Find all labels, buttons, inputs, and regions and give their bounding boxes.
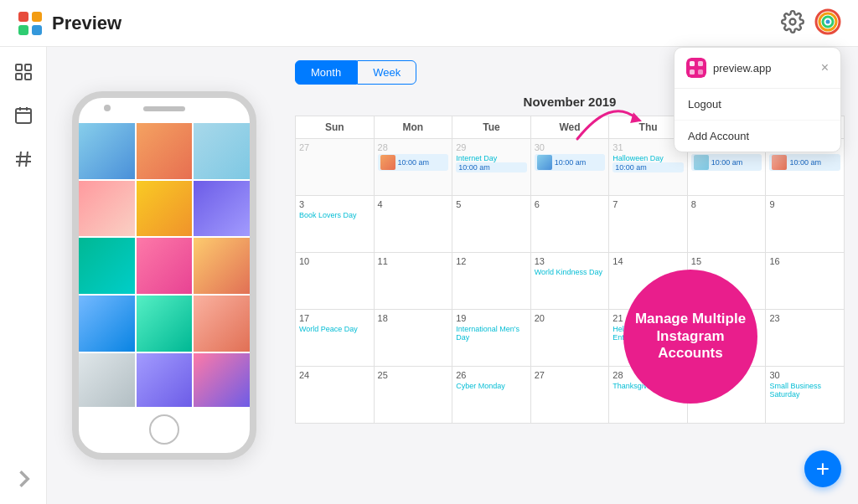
header: Preview: [0, 0, 858, 47]
cal-holiday[interactable]: Halloween Day: [612, 154, 684, 162]
logout-button[interactable]: Logout: [675, 89, 840, 121]
sidebar-item-grid[interactable]: [12, 60, 35, 84]
phone-mockup: [72, 91, 256, 460]
table-row[interactable]: 9: [766, 196, 845, 253]
day-header-mon: Mon: [375, 116, 453, 139]
table-row[interactable]: 28 10:00 am: [375, 139, 453, 196]
table-row[interactable]: 20: [531, 310, 610, 367]
table-row[interactable]: 7: [609, 196, 688, 253]
phone-home-button: [149, 414, 179, 445]
cal-holiday[interactable]: Small Business Saturday: [769, 382, 840, 399]
list-item: [79, 238, 135, 294]
table-row[interactable]: 10: [296, 253, 375, 310]
svg-rect-22: [686, 58, 706, 78]
app-title: Preview: [52, 13, 121, 34]
cal-holiday[interactable]: Book Lovers Day: [299, 211, 370, 219]
table-row[interactable]: 23: [766, 310, 845, 367]
table-row[interactable]: 16: [766, 253, 845, 310]
dropdown-header: preview.app ×: [675, 48, 840, 89]
cal-holiday[interactable]: World Kindness Day: [535, 268, 606, 276]
sidebar-collapse-button[interactable]: [12, 467, 35, 491]
table-row[interactable]: 24: [296, 367, 375, 424]
fab-add-button[interactable]: +: [804, 450, 841, 487]
rainbow-icon: [814, 8, 841, 35]
cal-event[interactable]: 10:00 am: [691, 154, 762, 171]
cal-holiday[interactable]: World Peace Day: [299, 325, 370, 333]
svg-line-18: [26, 152, 28, 167]
svg-line-17: [19, 152, 21, 167]
table-row[interactable]: 8: [688, 196, 767, 253]
cal-event[interactable]: 10:00 am: [612, 162, 684, 172]
table-row[interactable]: 27: [531, 367, 610, 424]
dropdown-close-button[interactable]: ×: [821, 61, 829, 75]
svg-rect-12: [25, 74, 31, 80]
list-item: [137, 353, 193, 407]
table-row[interactable]: 30 Small Business Saturday: [766, 367, 845, 424]
table-row[interactable]: 13 World Kindness Day: [531, 253, 610, 310]
cal-holiday[interactable]: Cyber Monday: [456, 382, 527, 390]
event-thumbnail: [772, 155, 787, 170]
list-item: [137, 181, 193, 237]
cal-event[interactable]: 10:00 am: [456, 162, 527, 172]
day-header-tue: Tue: [452, 116, 531, 139]
svg-rect-1: [32, 12, 42, 22]
event-thumbnail: [380, 155, 395, 170]
svg-rect-24: [698, 61, 703, 66]
header-left: Preview: [17, 10, 121, 37]
table-row[interactable]: 26 Cyber Monday: [452, 367, 531, 424]
app-logo-icon: [17, 10, 44, 37]
sidebar-item-hashtag[interactable]: [12, 147, 35, 171]
table-row[interactable]: 29 Internet Day 10:00 am: [452, 139, 531, 196]
svg-rect-0: [18, 12, 28, 22]
cal-event[interactable]: 10:00 am: [769, 154, 840, 171]
svg-rect-2: [18, 25, 28, 35]
table-row[interactable]: 25: [375, 367, 453, 424]
table-row[interactable]: 11: [375, 253, 453, 310]
event-thumbnail: [694, 155, 709, 170]
table-row[interactable]: 12: [452, 253, 531, 310]
table-row[interactable]: 17 World Peace Day: [296, 310, 375, 367]
table-row[interactable]: 6: [531, 196, 610, 253]
cal-holiday[interactable]: Internet Day: [456, 154, 527, 162]
table-row[interactable]: 30 10:00 am: [531, 139, 610, 196]
svg-rect-11: [16, 74, 22, 80]
event-thumbnail: [537, 155, 552, 170]
cal-event[interactable]: 10:00 am: [378, 154, 449, 171]
table-row[interactable]: 18: [375, 310, 453, 367]
phone-mockup-area: [47, 47, 282, 504]
settings-button[interactable]: [781, 10, 804, 37]
tab-month[interactable]: Month: [295, 60, 357, 85]
gear-icon: [781, 10, 804, 33]
svg-point-8: [826, 19, 830, 23]
cal-holiday[interactable]: International Men's Day: [456, 325, 527, 342]
hashtag-icon: [14, 150, 33, 168]
add-account-button[interactable]: Add Account: [675, 121, 840, 152]
chevron-right-icon: [12, 467, 35, 491]
phone-camera: [104, 105, 111, 111]
svg-rect-26: [698, 69, 703, 75]
sidebar: [0, 47, 47, 504]
table-row[interactable]: 3 Book Lovers Day: [296, 196, 375, 253]
photo-grid: [79, 123, 250, 407]
cal-event[interactable]: 10:00 am: [535, 154, 606, 171]
table-row[interactable]: 27: [296, 139, 375, 196]
tab-week[interactable]: Week: [357, 60, 416, 85]
account-rainbow-button[interactable]: [814, 8, 841, 39]
list-item: [137, 296, 193, 352]
manage-accounts-badge: Manage Multiple Instagram Accounts: [623, 270, 757, 404]
table-row[interactable]: 19 International Men's Day: [452, 310, 531, 367]
svg-rect-23: [690, 61, 695, 66]
arrow-icon: [569, 89, 644, 147]
sidebar-item-calendar[interactable]: [12, 104, 35, 127]
dropdown-logo-icon: [686, 58, 706, 78]
table-row[interactable]: 4: [375, 196, 453, 253]
list-item: [79, 353, 135, 407]
svg-rect-3: [32, 25, 42, 35]
svg-rect-13: [16, 109, 31, 123]
dropdown-title: preview.app: [713, 62, 814, 75]
phone-speaker: [143, 106, 185, 111]
table-row[interactable]: 5: [452, 196, 531, 253]
header-right: [781, 8, 841, 39]
calendar-grid: Sun Mon Tue Wed Thu Fri Sat 27 28 10:00 …: [295, 116, 845, 424]
list-item: [194, 238, 250, 294]
